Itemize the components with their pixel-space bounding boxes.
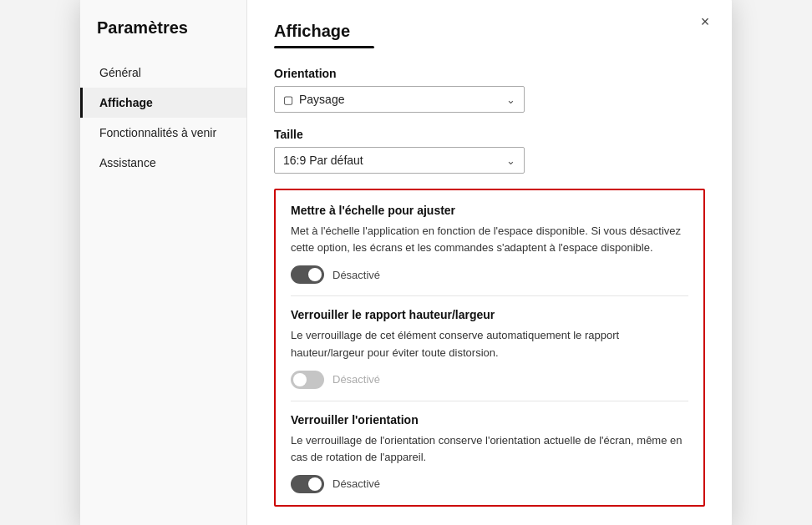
taille-chevron-icon: ⌄	[506, 154, 515, 167]
toggle-echelle-thumb	[308, 268, 322, 281]
toggle-echelle[interactable]	[291, 265, 324, 284]
section-orientation-desc: Le verrouillage de l'orientation conserv…	[291, 432, 688, 466]
toggle-rapport-thumb	[293, 373, 307, 386]
section-orientation-title: Verrouiller l'orientation	[291, 413, 688, 427]
toggle-rapport[interactable]	[291, 371, 324, 389]
sidebar-item-assistance[interactable]: Assistance	[80, 148, 246, 178]
settings-dialog: Paramètres Général Affichage Fonctionnal…	[80, 0, 732, 525]
toggle-orientation-thumb	[308, 477, 322, 491]
orientation-value: Paysage	[299, 93, 344, 106]
title-underline	[274, 46, 374, 48]
toggle-rapport-label: Désactivé	[332, 373, 380, 386]
sidebar-item-fonctionnalites[interactable]: Fonctionnalités à venir	[80, 118, 246, 148]
page-title: Affichage	[274, 22, 705, 41]
toggle-echelle-label: Désactivé	[332, 269, 380, 281]
orientation-page-icon: ▢	[283, 93, 293, 106]
close-button[interactable]: ×	[693, 10, 717, 33]
sidebar-item-general[interactable]: Général	[80, 58, 246, 88]
section-echelle-title: Mettre à l'échelle pour ajuster	[291, 204, 688, 217]
sidebar-title: Paramètres	[80, 18, 246, 58]
toggle-echelle-track	[291, 265, 324, 284]
taille-label: Taille	[274, 128, 705, 141]
toggle-rapport-track	[291, 371, 324, 389]
taille-value: 16:9 Par défaut	[283, 154, 363, 167]
toggle-orientation-track	[291, 475, 324, 493]
section-rapport-desc: Le verrouillage de cet élément conserve …	[291, 327, 688, 361]
divider-2	[291, 401, 688, 401]
toggle-orientation[interactable]	[291, 475, 324, 493]
section-orientation-toggle-row: Désactivé	[291, 475, 688, 493]
sidebar: Paramètres Général Affichage Fonctionnal…	[80, 0, 247, 525]
section-echelle-desc: Met à l'échelle l'application en fonctio…	[291, 223, 688, 256]
section-rapport-title: Verrouiller le rapport hauteur/largeur	[291, 308, 688, 321]
orientation-select[interactable]: ▢ Paysage ⌄	[274, 86, 525, 113]
main-content: × Affichage Orientation ▢ Paysage ⌄ Tail…	[247, 0, 732, 525]
settings-highlight-box: Mettre à l'échelle pour ajuster Met à l'…	[274, 189, 705, 507]
divider-1	[291, 295, 688, 296]
section-rapport-toggle-row: Désactivé	[291, 371, 688, 389]
taille-select[interactable]: 16:9 Par défaut ⌄	[274, 147, 525, 174]
section-echelle-toggle-row: Désactivé	[291, 265, 688, 284]
orientation-chevron-icon: ⌄	[506, 93, 515, 106]
sidebar-item-affichage[interactable]: Affichage	[80, 88, 246, 118]
orientation-label: Orientation	[274, 67, 705, 80]
toggle-orientation-label: Désactivé	[332, 477, 380, 490]
